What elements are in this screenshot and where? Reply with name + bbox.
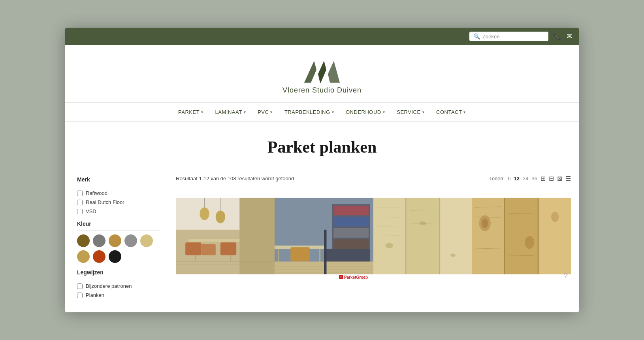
- checkbox-bijzondere[interactable]: [77, 283, 83, 289]
- filter-item-bijzondere: Bijzondere patronen: [77, 283, 160, 289]
- svg-point-61: [525, 236, 534, 249]
- svg-rect-31: [290, 247, 309, 261]
- svg-rect-41: [440, 198, 472, 274]
- svg-rect-11: [185, 242, 201, 255]
- logo-svg: [302, 57, 342, 85]
- filter-item-planken: Planken: [77, 292, 160, 298]
- product-image-4: [472, 189, 571, 283]
- color-swatch-caramel[interactable]: [77, 250, 90, 263]
- product-image-2: [275, 189, 373, 283]
- color-swatch-sand[interactable]: [140, 234, 153, 247]
- nav-contact[interactable]: CONTACT ▾: [436, 109, 466, 115]
- chevron-down-icon: ▾: [383, 110, 385, 114]
- tonen-6[interactable]: 6: [508, 176, 510, 181]
- color-swatch-black[interactable]: [109, 250, 121, 263]
- question-mark-badge: ?: [564, 272, 568, 280]
- nav-laminaat[interactable]: LAMINAAT ▾: [215, 109, 246, 115]
- filter-item-real-dutch: Real Dutch Floor: [77, 199, 160, 205]
- checkbox-real-dutch[interactable]: [77, 200, 83, 205]
- color-swatch-brown[interactable]: [77, 234, 90, 247]
- view-options: Tonen: 6 12 24 36 ⊞ ⊟ ⊠ ☰: [489, 175, 571, 182]
- page-title: Parket planken: [73, 138, 571, 157]
- product-image-3: [373, 189, 472, 283]
- site-header: Vloeren Studio Duiven: [65, 45, 579, 103]
- product-grid: 🅿 ParketGroep: [168, 189, 579, 291]
- svg-rect-12: [220, 242, 236, 255]
- filter-item-raftwood: Raftwood: [77, 190, 160, 196]
- svg-point-51: [420, 221, 426, 225]
- svg-rect-7: [239, 198, 275, 274]
- tonen-12[interactable]: 12: [514, 176, 520, 181]
- svg-rect-56: [539, 198, 571, 274]
- svg-point-15: [216, 210, 225, 223]
- checkbox-raftwood[interactable]: [77, 191, 83, 196]
- color-swatches: [77, 234, 160, 263]
- svg-rect-25: [333, 228, 369, 238]
- filter-item-vsd: VSD: [77, 208, 160, 214]
- svg-rect-37: [324, 230, 326, 274]
- logo-text: Vloeren Studio Duiven: [282, 86, 362, 94]
- filter-title-kleur: Kleur: [77, 221, 160, 230]
- email-icon[interactable]: ✉: [567, 32, 572, 41]
- results-count: Resultaat 1-12 van de 108 resultaten wor…: [176, 176, 294, 181]
- nav-onderhoud[interactable]: ONDERHOUD ▾: [346, 109, 385, 115]
- svg-rect-8: [188, 239, 239, 242]
- color-swatch-orange[interactable]: [93, 250, 105, 263]
- color-swatch-golden[interactable]: [109, 234, 121, 247]
- chevron-down-icon: ▾: [422, 110, 425, 114]
- browser-window: 🔍 📞 ✉ Vloeren Studio Duiven PARKET: [65, 28, 579, 312]
- chevron-down-icon: ▾: [201, 110, 203, 114]
- filter-title-merk: Merk: [77, 176, 160, 186]
- filter-title-legwijzen: Legwijzen: [77, 269, 160, 279]
- tonen-24[interactable]: 24: [523, 176, 528, 181]
- search-input[interactable]: [482, 34, 544, 40]
- product-card-1[interactable]: [176, 189, 275, 283]
- search-icon: 🔍: [473, 33, 480, 40]
- color-swatch-light-gray[interactable]: [124, 234, 137, 247]
- chevron-down-icon: ▾: [332, 110, 334, 114]
- grid-4-icon[interactable]: ⊞: [540, 175, 546, 182]
- svg-rect-26: [333, 239, 369, 249]
- nav-service[interactable]: SERVICE ▾: [397, 109, 424, 115]
- nav-bar: PARKET ▾ LAMINAAT ▾ PVC ▾ TRAPBEKLEDING …: [65, 103, 579, 122]
- svg-point-50: [386, 243, 393, 248]
- checkbox-planken[interactable]: [77, 293, 83, 298]
- filter-section-merk: Merk Raftwood Real Dutch Floor VSD: [77, 176, 160, 214]
- logo-container[interactable]: Vloeren Studio Duiven: [282, 57, 362, 94]
- color-swatch-gray[interactable]: [93, 234, 105, 247]
- svg-point-14: [200, 207, 209, 220]
- chevron-down-icon: ▾: [244, 110, 246, 114]
- chevron-down-icon: ▾: [270, 110, 273, 114]
- checkbox-vsd[interactable]: [77, 209, 83, 214]
- tonen-36[interactable]: 36: [532, 176, 537, 181]
- svg-point-62: [551, 212, 559, 222]
- product-card-4[interactable]: ?: [472, 189, 571, 283]
- product-card-3[interactable]: [373, 189, 472, 283]
- tonen-label: Tonen:: [489, 176, 505, 181]
- svg-rect-54: [472, 198, 504, 274]
- right-content: Resultaat 1-12 van de 108 resultaten wor…: [168, 168, 579, 312]
- svg-rect-40: [407, 198, 439, 274]
- page-title-section: Parket planken: [65, 122, 579, 168]
- top-bar: 🔍 📞 ✉: [65, 28, 579, 45]
- results-header: Resultaat 1-12 van de 108 resultaten wor…: [168, 168, 579, 189]
- grid-2-icon[interactable]: ⊠: [557, 175, 562, 182]
- parketgroep-badge: 🅿 ParketGroep: [337, 274, 370, 280]
- nav-pvc[interactable]: PVC ▾: [258, 109, 273, 115]
- phone-icon[interactable]: 📞: [553, 32, 562, 41]
- svg-rect-13: [201, 244, 216, 255]
- search-bar[interactable]: 🔍: [469, 32, 548, 41]
- chevron-down-icon: ▾: [463, 110, 466, 114]
- svg-point-60: [482, 219, 488, 228]
- nav-trapbekleding[interactable]: TRAPBEKLEDING ▾: [284, 109, 334, 115]
- nav-parket[interactable]: PARKET ▾: [178, 109, 203, 115]
- svg-rect-23: [333, 206, 369, 215]
- svg-point-52: [450, 253, 456, 257]
- product-image-1: [176, 189, 275, 283]
- filter-section-kleur: Kleur: [77, 221, 160, 263]
- grid-3-icon[interactable]: ⊟: [549, 175, 554, 182]
- filter-section-legwijzen: Legwijzen Bijzondere patronen Planken: [77, 269, 160, 298]
- main-layout: Merk Raftwood Real Dutch Floor VSD: [65, 168, 579, 312]
- product-card-2[interactable]: 🅿 ParketGroep: [275, 189, 373, 283]
- list-icon[interactable]: ☰: [565, 175, 571, 182]
